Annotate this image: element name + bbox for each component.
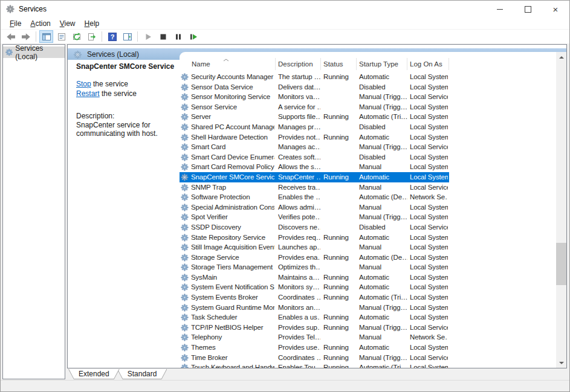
service-logon-cell: Local System [410, 342, 448, 353]
scroll-up-button[interactable] [556, 52, 566, 62]
service-row[interactable]: Storage Tiers Management Optimizes th… M… [180, 262, 556, 272]
menu-help[interactable]: Help [80, 18, 105, 29]
maximize-button[interactable] [514, 1, 542, 18]
service-row[interactable]: SSDP Discovery Discovers ne… Disabled Lo… [180, 222, 556, 233]
show-console-tree-button[interactable] [39, 30, 53, 43]
service-name-cell: Server [191, 112, 274, 122]
service-status-cell: Running [323, 132, 356, 143]
service-status-cell: Running [323, 282, 356, 292]
services-table-body: Security Accounts Manager The startup … … [180, 72, 556, 368]
service-row[interactable]: SNMP Trap Receives tra… Manual Local Ser… [180, 182, 556, 193]
console-tree-pane: Services (Local) [2, 44, 65, 379]
service-logon-cell: Local System [410, 233, 448, 243]
service-name-cell: Sensor Data Service [191, 82, 274, 92]
service-startup-cell: Manual [359, 242, 407, 252]
service-logon-cell: Local System [410, 272, 448, 283]
stop-service-link[interactable]: Stop [76, 80, 91, 88]
service-gear-icon [181, 204, 189, 211]
minimize-button[interactable] [486, 1, 514, 18]
column-header-status[interactable]: Status [323, 60, 343, 68]
service-row[interactable]: Themes Provides use… Running Automatic L… [180, 342, 556, 353]
restart-service-button[interactable] [186, 30, 200, 43]
service-row[interactable]: Sensor Monitoring Service Monitors va… M… [180, 92, 556, 102]
service-row[interactable]: System Guard Runtime Mon… Monitors an… M… [180, 303, 556, 313]
service-row[interactable]: Security Accounts Manager The startup … … [180, 72, 556, 82]
service-description-cell: Discovers ne… [278, 222, 320, 233]
toolbar-separator [137, 31, 138, 42]
service-row[interactable]: Server Supports file… Running Automatic … [180, 112, 556, 122]
refresh-button[interactable] [70, 30, 83, 43]
start-service-button[interactable] [141, 30, 155, 43]
service-gear-icon [181, 153, 189, 161]
service-description-cell: Allows admi… [278, 202, 320, 213]
column-divider[interactable] [449, 58, 449, 70]
restart-service-link[interactable]: Restart [76, 89, 100, 98]
pause-service-button[interactable] [171, 30, 185, 43]
stop-service-button[interactable] [156, 30, 170, 43]
service-startup-cell: Manual [359, 182, 407, 193]
service-row[interactable]: State Repository Service Provides req… R… [180, 233, 556, 243]
service-row[interactable]: Time Broker Coordinates … Running Manual… [180, 353, 556, 363]
tree-item-services-local[interactable]: Services (Local) [3, 47, 65, 58]
column-divider[interactable] [320, 58, 321, 70]
service-row[interactable]: Smart Card Device Enumerat… Creates soft… [180, 152, 556, 162]
service-row[interactable]: TCP/IP NetBIOS Helper Provides sup… Runn… [180, 323, 556, 333]
properties-button[interactable] [54, 30, 68, 43]
service-row[interactable]: Task Scheduler Enables a us… Running Aut… [180, 312, 556, 323]
service-row[interactable]: Sensor Service A service for … Manual (T… [180, 102, 556, 112]
service-row[interactable]: Storage Service Provides ena… Running Au… [180, 252, 556, 263]
service-row[interactable]: SnapCenter SMCore Service SnapCenter … R… [180, 172, 556, 182]
column-header-name[interactable]: Name [192, 60, 210, 68]
menu-view[interactable]: View [56, 18, 80, 29]
tab-standard[interactable]: Standard [117, 369, 167, 379]
column-divider[interactable] [356, 58, 357, 70]
maximize-icon [525, 6, 531, 13]
service-row[interactable]: Sensor Data Service Delivers dat… Disabl… [180, 82, 556, 92]
show-action-pane-button[interactable] [120, 30, 134, 43]
service-description-cell: Receives tra… [278, 182, 320, 193]
service-name-cell: Spot Verifier [191, 212, 274, 222]
column-header-log-on-as[interactable]: Log On As [410, 60, 442, 68]
menu-action[interactable]: Action [26, 18, 55, 29]
help-button[interactable]: ? [105, 30, 119, 43]
tab-extended[interactable]: Extended [68, 369, 120, 379]
scrollbar-thumb[interactable] [556, 243, 566, 285]
service-name-cell: Themes [191, 342, 274, 353]
column-header-startup-type[interactable]: Startup Type [359, 60, 398, 68]
service-row[interactable]: System Event Notification S… Monitors sy… [180, 282, 556, 292]
menu-file[interactable]: File [5, 18, 26, 29]
service-gear-icon [181, 364, 189, 368]
service-row[interactable]: System Events Broker Coordinates … Runni… [180, 292, 556, 303]
service-gear-icon [181, 283, 189, 291]
service-row[interactable]: Telephony Provides Tel… Manual Network S… [180, 332, 556, 342]
export-list-button[interactable] [85, 30, 99, 43]
service-row[interactable]: Smart Card Manages ac… Manual (Trigg… Lo… [180, 142, 556, 152]
stop-service-suffix: the service [91, 80, 128, 88]
stop-icon [158, 32, 168, 42]
scroll-down-button[interactable] [556, 358, 566, 368]
vertical-scrollbar[interactable] [556, 52, 566, 368]
column-divider[interactable] [275, 58, 276, 70]
service-row[interactable]: Shared PC Account Manager Manages pr… Di… [180, 122, 556, 132]
service-row[interactable]: Smart Card Removal Policy Allows the s… … [180, 162, 556, 172]
service-row[interactable]: SysMain Maintains a… Running Automatic L… [180, 272, 556, 283]
column-divider[interactable] [407, 58, 407, 70]
close-button[interactable]: × [542, 1, 569, 18]
service-description-cell: Launches ap… [278, 242, 320, 252]
forward-arrow-icon [21, 32, 31, 42]
service-name-cell: Storage Service [191, 252, 274, 263]
service-row[interactable]: Shell Hardware Detection Provides not… R… [180, 132, 556, 143]
toolbar-separator [102, 31, 102, 42]
column-header-description[interactable]: Description [278, 60, 313, 68]
back-button[interactable] [4, 30, 18, 43]
forward-button[interactable] [19, 30, 33, 43]
service-row[interactable]: Touch Keyboard and Handw… Enables Tou… R… [180, 362, 556, 368]
service-name-cell: Special Administration Cons… [191, 202, 274, 213]
service-row[interactable]: Still Image Acquisition Events Launches … [180, 242, 556, 252]
restart-service-suffix: the service [100, 89, 137, 98]
service-row[interactable]: Special Administration Cons… Allows admi… [180, 202, 556, 213]
toolbar: ? [1, 30, 569, 44]
service-row[interactable]: Software Protection Enables the … Automa… [180, 192, 556, 202]
service-name-cell: System Event Notification S… [191, 282, 274, 292]
service-row[interactable]: Spot Verifier Verifies pote… Manual (Tri… [180, 212, 556, 222]
